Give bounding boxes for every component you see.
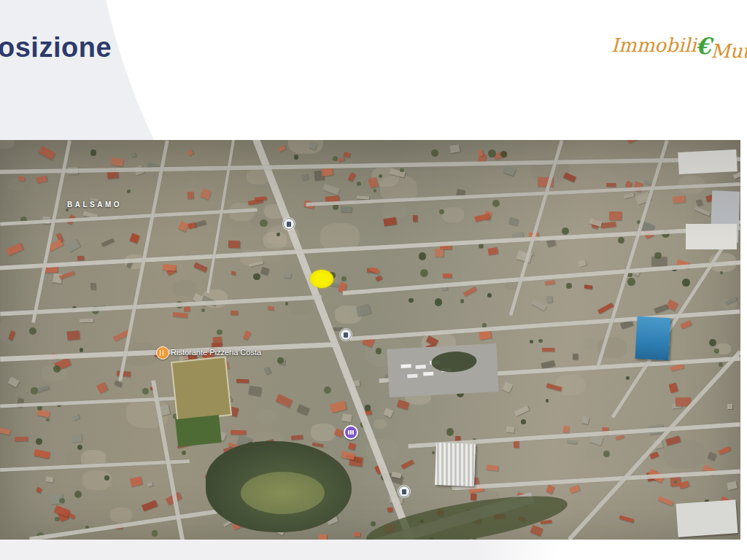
building-roof [356, 303, 371, 316]
tree [538, 339, 542, 343]
building-roof [573, 354, 578, 359]
building-roof [90, 283, 96, 289]
building-roof [341, 451, 355, 460]
building-roof [474, 214, 489, 222]
tree [142, 388, 149, 394]
building-roof [383, 217, 397, 225]
building-roof [357, 196, 369, 200]
building-roof [71, 414, 80, 421]
building-roof [284, 271, 293, 278]
tree [603, 451, 610, 457]
building-roof [297, 404, 310, 415]
building-roof [65, 238, 80, 252]
building-roof [609, 211, 622, 219]
tree [333, 156, 338, 161]
tree [521, 419, 525, 424]
building-roof [341, 206, 352, 211]
ground-patch [442, 207, 465, 222]
building-columns-glyph [348, 430, 354, 435]
building-roof [514, 405, 530, 416]
tree [409, 298, 414, 303]
tree [682, 279, 690, 287]
sports-field-tan [171, 356, 232, 421]
building-roof [727, 404, 733, 409]
building-roof [463, 287, 476, 297]
building-roof [584, 284, 592, 289]
tree [182, 451, 186, 455]
building-roof [567, 440, 578, 444]
building-roof [616, 435, 624, 440]
building-roof [312, 442, 324, 447]
building-roof [301, 174, 309, 181]
tree [59, 498, 65, 504]
building-roof [530, 525, 543, 537]
tree [90, 149, 97, 156]
aerial-map: BALSAMO Ristorante Pizzeria Costa [0, 140, 740, 540]
building-roof [338, 158, 345, 163]
slide-header: osizione Immobili€Mut [0, 0, 747, 140]
building-roof [130, 477, 142, 487]
tree [285, 302, 288, 305]
building-roof [7, 377, 20, 389]
street [31, 140, 71, 323]
building-roof [163, 264, 177, 271]
tree [435, 298, 442, 306]
white-building-slab [686, 224, 737, 249]
building-roof [727, 481, 738, 491]
tree [55, 517, 60, 522]
building-roof [290, 435, 302, 440]
building-roof [277, 145, 285, 152]
building-roof [330, 401, 347, 413]
building-roof [544, 280, 554, 286]
tree [46, 419, 49, 421]
tree [492, 200, 500, 207]
building-roof [342, 413, 352, 422]
tree [626, 376, 630, 380]
building-roof [77, 256, 83, 260]
building-roof [694, 206, 711, 216]
building-roof [34, 449, 51, 459]
building-roof [413, 215, 418, 222]
restaurant-poi-label: Ristorante Pizzeria Costa [171, 348, 261, 357]
tree [365, 405, 371, 411]
building-roof [387, 508, 393, 512]
building-roof [348, 172, 356, 182]
building-roof [322, 168, 333, 176]
tree [152, 530, 158, 536]
white-building-row [676, 499, 738, 537]
building-roof [96, 382, 108, 394]
ground-patch [586, 448, 604, 461]
tree [371, 521, 376, 526]
ground-patch [383, 202, 406, 218]
building-roof [375, 276, 382, 281]
building-roof [147, 482, 152, 487]
building-roof [173, 312, 188, 318]
building-roof [39, 145, 55, 159]
tree [277, 357, 284, 364]
building-roof [248, 386, 262, 397]
building-roof [708, 452, 716, 461]
building-roof [58, 271, 74, 279]
ground-patch [256, 409, 276, 423]
building-roof [601, 222, 616, 228]
tree [201, 308, 205, 312]
tree [720, 271, 723, 274]
tree [374, 189, 376, 192]
tree [487, 293, 492, 298]
building-roof [666, 299, 678, 311]
ground-patch [374, 419, 387, 429]
building-roof [71, 434, 82, 443]
building-roof [187, 192, 193, 200]
tree [719, 362, 723, 367]
brand-logo: Immobili€Mut [611, 31, 747, 57]
tree [419, 252, 427, 260]
building-roof [110, 158, 124, 167]
road-badge-icon [283, 218, 295, 230]
building-roof [487, 247, 498, 255]
street [0, 295, 321, 316]
building-roof [542, 348, 554, 351]
building-roof [680, 320, 691, 329]
building-roof [319, 534, 328, 540]
building-roof [443, 273, 452, 278]
ground-patch [311, 424, 336, 441]
